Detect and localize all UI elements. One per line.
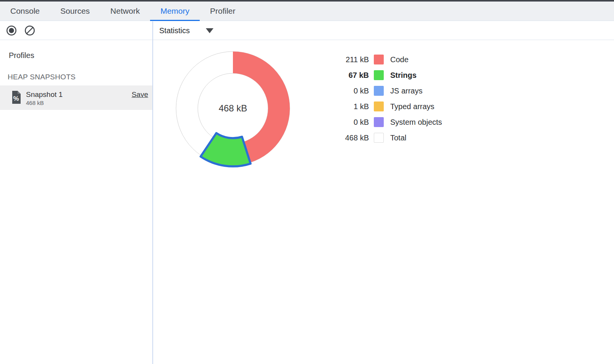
- legend-label: Strings: [390, 71, 417, 80]
- legend-swatch-total-icon: [374, 133, 384, 143]
- sidebar-main-divider[interactable]: [152, 21, 153, 364]
- statistics-dropdown-value: Statistics: [159, 26, 190, 35]
- legend-value: 211 kB: [328, 55, 369, 64]
- chart-legend: 211 kBCode67 kBStrings0 kBJS arrays1 kBT…: [328, 55, 442, 148]
- legend-row-strings[interactable]: 67 kBStrings: [328, 70, 442, 80]
- toolbar-icon-group: [6, 21, 35, 40]
- record-icon: [6, 25, 17, 36]
- legend-row-typed-arrays[interactable]: 1 kBTyped arrays: [328, 101, 442, 111]
- legend-label: System objects: [390, 118, 442, 127]
- clear-icon: [24, 25, 35, 36]
- profiles-title: Profiles: [9, 51, 34, 60]
- snapshot-size: 468 kB: [26, 100, 44, 106]
- tab-profiler[interactable]: Profiler: [200, 2, 246, 21]
- clear-profiles-button[interactable]: [24, 25, 35, 36]
- record-heap-snapshot-button[interactable]: [6, 25, 17, 36]
- memory-panel-toolbar: [0, 21, 614, 40]
- tab-network[interactable]: Network: [100, 2, 150, 21]
- save-link[interactable]: Save: [132, 90, 148, 99]
- legend-label: Typed arrays: [390, 102, 435, 111]
- legend-label: JS arrays: [390, 87, 422, 95]
- tab-console[interactable]: Console: [0, 2, 50, 21]
- legend-swatch-strings-icon: [374, 70, 384, 80]
- statistics-dropdown[interactable]: Statistics: [159, 21, 213, 40]
- snapshot-list-item[interactable]: % Snapshot 1 468 kB Save: [0, 85, 152, 110]
- legend-row-code[interactable]: 211 kBCode: [328, 55, 442, 64]
- devtools-window: ConsoleSourcesNetworkMemoryProfiler Stat…: [0, 0, 614, 364]
- legend-label: Code: [390, 55, 409, 64]
- legend-value: 0 kB: [328, 118, 369, 127]
- legend-value: 1 kB: [328, 102, 369, 111]
- heap-snapshot-document-icon: %: [11, 90, 21, 105]
- heap-snapshots-section-header: HEAP SNAPSHOTS: [8, 73, 76, 81]
- legend-swatch-code-icon: [374, 55, 384, 64]
- legend-row-js-arrays[interactable]: 0 kBJS arrays: [328, 86, 442, 96]
- pie-center-total: 468 kB: [206, 103, 260, 114]
- tab-memory[interactable]: Memory: [150, 2, 200, 21]
- svg-text:%: %: [13, 95, 19, 102]
- devtools-tabbar: ConsoleSourcesNetworkMemoryProfiler: [0, 2, 614, 21]
- legend-value: 0 kB: [328, 87, 369, 95]
- pie-slice-strings[interactable]: [200, 133, 250, 166]
- legend-row-system-objects[interactable]: 0 kBSystem objects: [328, 117, 442, 127]
- legend-value: 468 kB: [328, 134, 369, 142]
- legend-row-total[interactable]: 468 kBTotal: [328, 133, 442, 143]
- legend-swatch-typed-arrays-icon: [374, 101, 384, 111]
- tab-sources[interactable]: Sources: [50, 2, 100, 21]
- legend-swatch-js-arrays-icon: [374, 86, 384, 96]
- dropdown-caret-icon: [206, 28, 213, 33]
- legend-swatch-system-objects-icon: [374, 117, 384, 127]
- snapshot-name: Snapshot 1: [26, 90, 63, 99]
- legend-label: Total: [390, 134, 406, 142]
- legend-value: 67 kB: [328, 71, 369, 80]
